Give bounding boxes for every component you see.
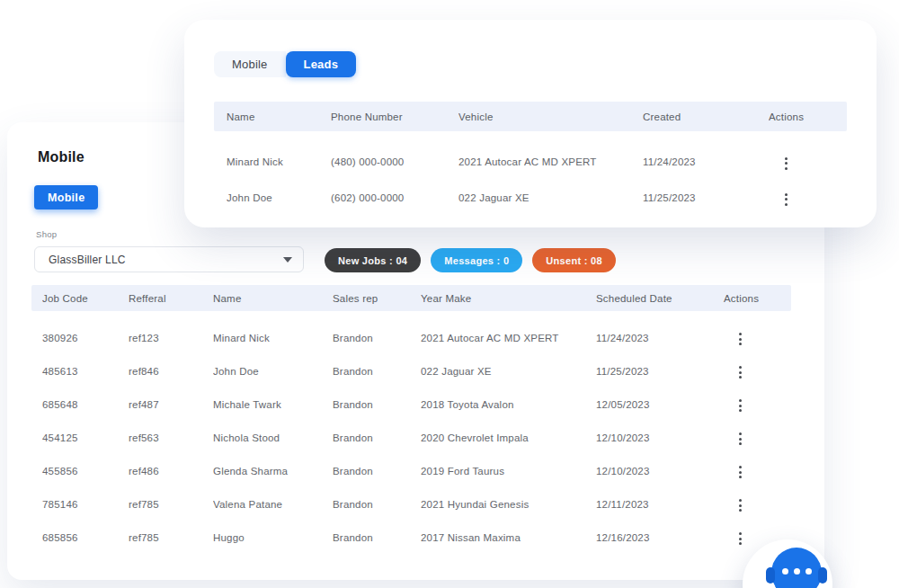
jobs-table-header: Job Code Refferal Name Sales rep Year Ma… <box>31 285 791 311</box>
sales-rep-cell: Brandon <box>333 366 421 377</box>
actions-cell <box>717 426 791 449</box>
name-cell: John Doe <box>213 366 333 377</box>
table-row: 685856 ref785 Huggo Brandon 2017 Nissan … <box>31 521 791 554</box>
sales-rep-cell: Brandon <box>333 499 421 510</box>
col-year-make: Year Make <box>421 293 596 304</box>
job-code-cell: 785146 <box>42 499 129 510</box>
unsent-badge[interactable]: Unsent : 08 <box>532 248 616 272</box>
shop-select-value: GlassBiller LLC <box>49 254 283 266</box>
scheduled-date-cell: 12/10/2023 <box>596 432 717 443</box>
kebab-menu-icon[interactable] <box>781 154 791 174</box>
job-code-cell: 485613 <box>42 366 129 377</box>
sales-rep-cell: Brandon <box>333 399 421 410</box>
job-code-cell: 455856 <box>42 466 129 477</box>
scheduled-date-cell: 12/05/2023 <box>596 399 717 410</box>
name-cell: Huggo <box>213 532 333 543</box>
scheduled-date-cell: 12/16/2023 <box>596 532 717 543</box>
year-make-cell: 2020 Chevrolet Impala <box>421 432 596 443</box>
col-sales-rep: Sales rep <box>333 293 421 304</box>
kebab-menu-icon[interactable] <box>735 362 745 382</box>
name-cell: Valena Patane <box>213 499 333 510</box>
table-row: Minard Nick (480) 000-0000 2021 Autocar … <box>214 144 847 180</box>
kebab-menu-icon[interactable] <box>735 329 745 349</box>
name-cell: Glenda Sharma <box>213 466 333 477</box>
jobs-table-body: 380926 ref123 Minard Nick Brandon 2021 A… <box>31 321 791 554</box>
job-code-cell: 685856 <box>42 532 129 543</box>
year-make-cell: 2017 Nissan Maxima <box>421 532 596 543</box>
actions-cell <box>769 151 847 174</box>
tab-mobile-segment[interactable]: Mobile <box>214 51 286 77</box>
table-row: 485613 ref846 John Doe Brandon 022 Jagua… <box>31 354 791 388</box>
year-make-cell: 2021 Hyundai Genesis <box>421 499 596 510</box>
new-jobs-badge[interactable]: New Jobs : 04 <box>325 248 421 272</box>
sales-rep-cell: Brandon <box>333 532 421 543</box>
page-background: { "colors": { "accent_blue": "#1a73e8", … <box>0 0 899 588</box>
year-make-cell: 2019 Ford Taurus <box>421 466 596 477</box>
refferal-cell: ref123 <box>129 333 213 343</box>
actions-cell <box>769 187 847 209</box>
actions-cell <box>717 493 791 515</box>
leads-table-body: Minard Nick (480) 000-0000 2021 Autocar … <box>214 144 847 216</box>
col-scheduled-date: Scheduled Date <box>596 293 717 304</box>
job-code-cell: 454125 <box>42 432 129 443</box>
tab-mobile[interactable]: Mobile <box>34 185 98 209</box>
col-job-code: Job Code <box>42 293 129 304</box>
tab-leads-segment[interactable]: Leads <box>286 51 357 77</box>
name-cell: Minard Nick <box>213 333 333 343</box>
name-cell: Nichola Stood <box>213 432 333 443</box>
scheduled-date-cell: 11/25/2023 <box>596 366 717 377</box>
chevron-down-icon <box>283 257 292 263</box>
scheduled-date-cell: 12/11/2023 <box>596 499 717 510</box>
sales-rep-cell: Brandon <box>333 333 421 343</box>
leads-card: Mobile Leads Name Phone Number Vehicle C… <box>184 20 877 227</box>
shop-select[interactable]: GlassBiller LLC <box>34 246 304 272</box>
col-actions: Actions <box>717 293 791 304</box>
refferal-cell: ref563 <box>129 432 213 443</box>
year-make-cell: 2021 Autocar AC MD XPERT <box>421 333 596 343</box>
col-refferal: Refferal <box>129 293 213 304</box>
scheduled-date-cell: 12/10/2023 <box>596 466 717 477</box>
leads-tab-bar: Mobile Leads <box>214 51 356 77</box>
year-make-cell: 022 Jaguar XE <box>421 366 596 377</box>
refferal-cell: ref785 <box>129 532 213 543</box>
col-phone-number: Phone Number <box>331 111 458 122</box>
col-created: Created <box>643 111 769 122</box>
name-cell: Minard Nick <box>227 156 331 167</box>
table-row: 454125 ref563 Nichola Stood Brandon 2020… <box>31 421 791 454</box>
table-row: 380926 ref123 Minard Nick Brandon 2021 A… <box>31 321 791 354</box>
leads-table-header: Name Phone Number Vehicle Created Action… <box>214 102 847 131</box>
kebab-menu-icon[interactable] <box>735 396 745 415</box>
table-row: 455856 ref486 Glenda Sharma Brandon 2019… <box>31 454 791 487</box>
table-row: 685648 ref487 Michale Twark Brandon 2018… <box>31 388 791 421</box>
status-badges: New Jobs : 04 Messages : 0 Unsent : 08 <box>325 248 616 272</box>
col-actions: Actions <box>769 111 847 122</box>
scheduled-date-cell: 11/24/2023 <box>596 333 717 343</box>
kebab-menu-icon[interactable] <box>735 529 745 548</box>
shop-label: Shop <box>36 229 57 239</box>
kebab-menu-icon[interactable] <box>781 190 791 209</box>
table-row: John Doe (602) 000-0000 022 Jaguar XE 11… <box>214 180 847 216</box>
table-row: 785146 ref785 Valena Patane Brandon 2021… <box>31 487 791 521</box>
col-vehicle: Vehicle <box>458 111 643 122</box>
actions-cell <box>717 326 791 349</box>
kebab-menu-icon[interactable] <box>735 462 745 482</box>
refferal-cell: ref846 <box>129 366 213 377</box>
messages-badge[interactable]: Messages : 0 <box>431 248 522 272</box>
headset-chat-icon <box>771 548 822 588</box>
refferal-cell: ref785 <box>129 499 213 510</box>
name-cell: Michale Twark <box>213 399 333 410</box>
vehicle-cell: 2021 Autocar AC MD XPERT <box>458 156 643 167</box>
year-make-cell: 2018 Toyota Avalon <box>421 399 596 410</box>
name-cell: John Doe <box>227 192 331 203</box>
created-cell: 11/25/2023 <box>643 192 769 203</box>
actions-cell <box>717 459 791 482</box>
job-code-cell: 685648 <box>42 399 129 410</box>
kebab-menu-icon[interactable] <box>735 429 745 449</box>
created-cell: 11/24/2023 <box>643 156 769 167</box>
vehicle-cell: 022 Jaguar XE <box>458 192 643 203</box>
sales-rep-cell: Brandon <box>333 466 421 477</box>
kebab-menu-icon[interactable] <box>735 495 745 515</box>
page-title: Mobile <box>38 149 85 165</box>
actions-cell <box>717 393 791 415</box>
job-code-cell: 380926 <box>42 333 129 343</box>
